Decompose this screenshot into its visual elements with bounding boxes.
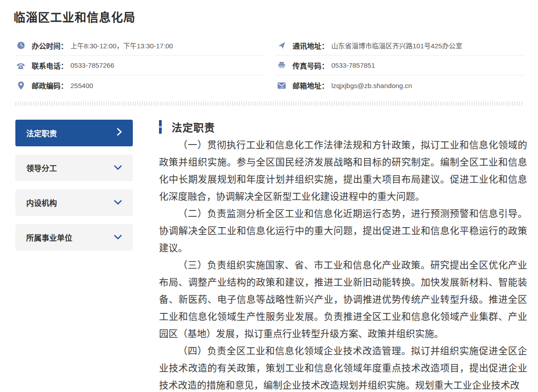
section-divider [15, 102, 524, 106]
duty-paragraph: （一）贯彻执行工业和信息化工作法律法规和方针政策，拟订工业和信息化领域的政策并组… [159, 136, 527, 205]
contact-label: 传真号码： [293, 60, 329, 71]
sidebar-item-label: 所属事业单位 [26, 232, 72, 243]
contact-label: 办公时间： [32, 40, 68, 51]
contact-row-mail-address: 通讯地址： 山东省淄博市临淄区齐兴路101号425办公室 [276, 36, 524, 56]
sidebar-item-legal-duties[interactable]: 法定职责 [15, 120, 133, 146]
fax-icon [276, 61, 287, 70]
chevron-right-icon [117, 128, 122, 138]
contact-label: 联系电话： [32, 60, 68, 71]
contact-row-postal-code: 邮政编码： 255400 [15, 75, 263, 95]
chevron-down-icon [114, 163, 122, 173]
sidebar-item-internal-organs[interactable]: 内设机构 [15, 189, 133, 216]
contact-value: 上午8:30-12:00，下午13:30-17:00 [70, 41, 173, 50]
content-body: （一）贯彻执行工业和信息化工作法律法规和方针政策，拟订工业和信息化领域的政策并组… [159, 136, 527, 392]
navigation-icon [276, 41, 287, 50]
contact-value: 255400 [70, 82, 93, 89]
chevron-down-icon [114, 233, 122, 242]
contact-value: 0533-7857266 [70, 61, 114, 69]
content-pane: 法定职责 （一）贯彻执行工业和信息化工作法律法规和方针政策，拟订工业和信息化领域… [159, 120, 527, 392]
content-heading: 法定职责 [159, 120, 527, 134]
contact-row-phone: 联系电话： 0533-7857266 [15, 56, 263, 75]
sidebar: 法定职责 领导分工 内设机构 所属事业单位 [15, 120, 133, 392]
duty-paragraph: （二）负责监测分析全区工业和信息化近期运行态势，进行预测预警和信息引导。协调解决… [159, 205, 527, 257]
contact-row-fax: 传真号码： 0533-7857851 [276, 56, 524, 75]
contact-row-office-hours: 办公时间： 上午8:30-12:00，下午13:30-17:00 [15, 36, 263, 56]
duty-paragraph: （三）负责组织实施国家、省、市工业和信息化产业政策。研究提出全区优化产业布局、调… [159, 257, 527, 342]
contact-value: 山东省淄博市临淄区齐兴路101号425办公室 [332, 41, 463, 50]
clock-icon [15, 41, 26, 50]
contact-value: 0533-7857851 [332, 61, 375, 69]
contact-label: 邮政编码： [32, 80, 68, 91]
contact-label: 邮箱地址： [293, 80, 329, 91]
mail-icon [276, 82, 287, 89]
contact-label: 通讯地址： [293, 40, 329, 51]
sidebar-item-label: 内设机构 [26, 197, 57, 208]
duty-paragraph: （四）负责全区工业和信息化领域企业技术改造管理。拟订并组织实施促进全区企业技术改… [159, 342, 527, 392]
location-pin-icon [15, 81, 26, 90]
chevron-down-icon [114, 198, 122, 207]
sidebar-item-leadership-division[interactable]: 领导分工 [15, 154, 133, 181]
content-title: 法定职责 [172, 119, 215, 135]
main-area: 法定职责 领导分工 内设机构 所属事业单位 [0, 120, 538, 392]
page-title: 临淄区工业和信息化局 [0, 0, 538, 25]
contact-value: lzqjxjbgs@zb.shandong.cn [332, 82, 412, 89]
agency-profile-page: 临淄区工业和信息化局 办公时间： 上午8:30-12:00，下午13:30-17… [0, 0, 538, 392]
contact-row-email: 邮箱地址： lzqjxjbgs@zb.shandong.cn [276, 75, 524, 95]
heading-accent-bar [159, 120, 162, 134]
contact-info-section: 办公时间： 上午8:30-12:00，下午13:30-17:00 通讯地址： 山… [15, 36, 524, 95]
phone-icon [15, 61, 26, 70]
sidebar-item-subordinate-institutions[interactable]: 所属事业单位 [15, 224, 133, 251]
sidebar-item-label: 领导分工 [26, 162, 57, 173]
sidebar-item-label: 法定职责 [26, 127, 57, 139]
